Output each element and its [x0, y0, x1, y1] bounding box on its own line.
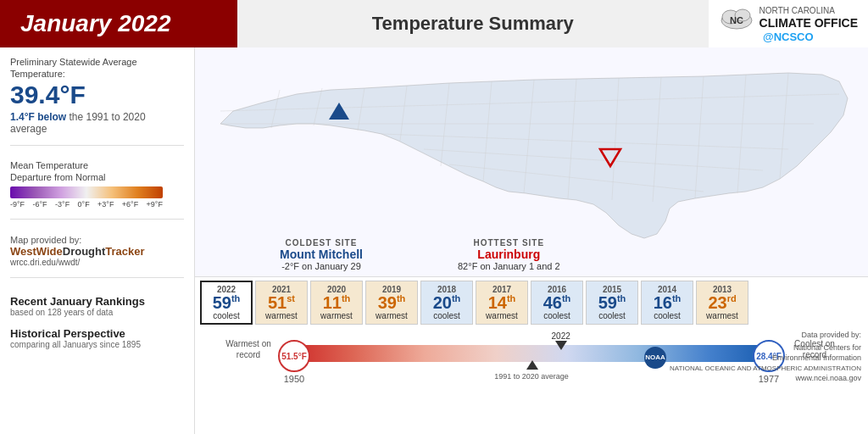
rank-label-2019: warmest [376, 311, 408, 320]
nc-state-path [220, 73, 848, 238]
legend-label-3: 0°F [78, 200, 90, 209]
rank-cells-row: 2022 59th coolest 2021 51st warmest 2020… [200, 281, 863, 325]
noaa-logo-icon: NOAA [644, 347, 666, 369]
hist-warmest-year: 1950 [278, 374, 310, 384]
wwdt-name: WestWideDroughtTracker [10, 245, 184, 258]
rank-label-2018: coolest [433, 311, 460, 320]
legend-title: Mean TemperatureDeparture from Normal [10, 159, 184, 184]
data-provider-label: Data provided by: [644, 330, 861, 341]
rankings-subtitle: based on 128 years of data [10, 308, 184, 317]
wwdt-west: WestWide [10, 245, 63, 258]
hist-2022-year-label: 2022 [552, 331, 570, 341]
rank-label-2017: warmest [486, 311, 518, 320]
hist-warmest-label: Warmest on record [219, 338, 278, 360]
legend-label-6: +9°F [147, 200, 163, 209]
rank-label-2016: coolest [543, 311, 570, 320]
historical-bar-section: Warmest on record Coolest on record 51.5… [195, 326, 868, 434]
rank-num-2016: 46th [543, 294, 571, 311]
map-credit: Map provided by: WestWideDroughtTracker … [10, 235, 184, 267]
legend-label-4: +3°F [97, 200, 114, 209]
divider-3 [10, 277, 184, 278]
coldest-site-name: Mount Mitchell [280, 248, 363, 261]
coldest-site-type-label: COLDEST SITE [280, 238, 363, 248]
nc-line2: CLIMATE OFFICE [760, 16, 858, 31]
hottest-site-name: Laurinburg [458, 248, 560, 261]
rank-cell-2017: 2017 14th warmest [476, 281, 528, 325]
legend-label-5: +6°F [122, 200, 138, 209]
legend-label-2: -3°F [55, 200, 70, 209]
rank-label-2021: warmest [265, 311, 298, 320]
hist-2022-marker: 2022 [552, 331, 570, 350]
org-line3: NATIONAL OCEANIC AND ATMOSPHERIC ADMINIS… [670, 364, 861, 373]
org-line2: Environmental Information [670, 353, 861, 364]
page-subtitle: Temperature Summary [372, 13, 574, 35]
avg-temp-below: 1.4°F below the 1991 to 2020 average [10, 111, 184, 135]
historical-subtitle: comparing all Januarys since 1895 [10, 340, 184, 349]
rank-num-2014: 16th [654, 294, 682, 311]
rank-cell-2015: 2015 59th coolest [586, 281, 638, 325]
legend-labels: -9°F -6°F -3°F 0°F +3°F +6°F +9°F [10, 200, 163, 209]
rank-num-2018: 20th [433, 294, 461, 311]
page-title: January 2022 [20, 10, 170, 37]
map-credit-prefix: Map provided by: [10, 235, 184, 245]
rank-label-2013: warmest [706, 311, 738, 320]
legend-color-bar [10, 186, 163, 198]
rank-num-2019: 39th [378, 294, 406, 311]
wwdt-tracker: Tracker [105, 245, 144, 258]
historical-section: Historical Perspective comparing all Jan… [10, 327, 184, 349]
data-provider-url: www.ncei.noaa.gov [644, 373, 861, 384]
wwdt-drought: Drought [63, 245, 106, 258]
rankings-section: Recent January Rankings based on 128 yea… [10, 295, 184, 317]
divider-2 [10, 219, 184, 220]
rank-num-2020: 11th [323, 294, 351, 311]
data-provider: Data provided by: NOAA National Centers … [644, 330, 861, 384]
left-panel: Preliminary Statewide Average Temperatur… [0, 47, 195, 434]
twitter-handle[interactable]: @NCSCO [763, 31, 814, 43]
rank-cell-2019: 2019 39th warmest [365, 281, 418, 325]
hist-warmest-bubble: 51.5°F [278, 340, 310, 372]
rank-cell-2022: 2022 59th coolest [200, 281, 253, 325]
rank-cell-2021: 2021 51st warmest [255, 281, 308, 325]
right-panel: COLDEST SITE Mount Mitchell -2°F on Janu… [195, 47, 868, 434]
rank-cell-2020: 2020 11th warmest [310, 281, 363, 325]
divider-1 [10, 145, 184, 146]
rank-label-2015: coolest [598, 311, 626, 320]
rank-label-2014: coolest [654, 311, 681, 320]
nc-climate-office-logo: NC NORTH CAROLINA CLIMATE OFFICE [719, 5, 858, 31]
nc-office-text: NORTH CAROLINA CLIMATE OFFICE [760, 5, 858, 31]
nc-line1: NORTH CAROLINA [760, 6, 835, 15]
header-title-section: January 2022 [0, 0, 237, 47]
coldest-site-temp: -2°F on January 29 [280, 261, 363, 271]
rank-num-2021: 51st [268, 294, 295, 311]
rank-cell-2014: 2014 16th coolest [641, 281, 693, 325]
rank-num-2015: 59th [598, 294, 626, 311]
main-content: Preliminary Statewide Average Temperatur… [0, 47, 868, 434]
legend-label-0: -9°F [10, 200, 25, 209]
historical-title: Historical Perspective [10, 327, 184, 340]
nc-map-svg [195, 56, 865, 251]
rank-num-2017: 14th [488, 294, 516, 311]
rank-cell-2018: 2018 20th coolest [420, 281, 473, 325]
svg-text:NC: NC [730, 15, 743, 25]
map-area: COLDEST SITE Mount Mitchell -2°F on Janu… [195, 47, 868, 276]
hottest-site-temp: 82°F on January 1 and 2 [458, 261, 560, 271]
hottest-site-type-label: HOTTEST SITE [458, 238, 560, 248]
hist-2022-arrow-icon [555, 341, 567, 350]
hist-avg-marker [526, 360, 538, 370]
hist-avg-arrow-icon [526, 360, 538, 370]
legend-section: Mean TemperatureDeparture from Normal -9… [10, 159, 184, 209]
nc-logo-icon: NC [719, 5, 754, 31]
bottom-section: 2022 59th coolest 2021 51st warmest 2020… [195, 276, 868, 434]
rankings-bar-container: 2022 59th coolest 2021 51st warmest 2020… [195, 277, 868, 326]
avg-temp-value: 39.4°F [10, 81, 184, 109]
header-subtitle-section: Temperature Summary [237, 0, 709, 47]
map-credit-url: wrcc.dri.edu/wwdt/ [10, 258, 184, 267]
data-provider-logo-row: NOAA National Centers for Environmental … [644, 342, 861, 373]
hottest-site-label: HOTTEST SITE Laurinburg 82°F on January … [458, 238, 560, 271]
hist-avg-label: 1991 to 2020 average [494, 372, 569, 381]
rank-label-2022: coolest [213, 311, 240, 320]
header: January 2022 Temperature Summary NC NORT… [0, 0, 868, 47]
avg-temp-label: Preliminary Statewide Average Temperatur… [10, 56, 184, 81]
avg-temp-section: Preliminary Statewide Average Temperatur… [10, 56, 184, 135]
rank-cell-2016: 2016 46th coolest [531, 281, 583, 325]
